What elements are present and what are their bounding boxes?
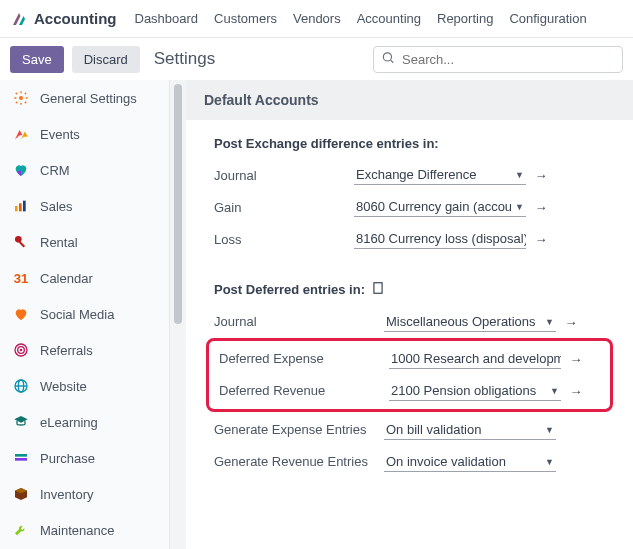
nav-reporting[interactable]: Reporting (437, 11, 493, 26)
globe-icon (12, 377, 30, 395)
svg-rect-4 (19, 203, 22, 211)
svg-line-1 (391, 60, 394, 63)
breadcrumb: Settings (154, 49, 215, 69)
building-icon (371, 281, 385, 298)
app-logo-icon (10, 10, 28, 28)
deferred-block: Post Deferred entries in: Journal Miscel… (186, 265, 633, 488)
svg-point-0 (383, 53, 391, 61)
sidebar-item-general-settings[interactable]: General Settings (0, 80, 169, 116)
sidebar-item-inventory[interactable]: Inventory (0, 476, 169, 512)
sidebar-item-label: Calendar (40, 271, 93, 286)
svg-rect-3 (15, 206, 18, 211)
external-link-icon[interactable]: → (532, 232, 550, 247)
sidebar-scrollbar[interactable] (170, 80, 186, 549)
svg-rect-15 (15, 458, 27, 461)
gen-expense-select[interactable]: On bill validation▼ (384, 420, 556, 440)
svg-rect-14 (15, 454, 27, 457)
svg-rect-5 (23, 201, 26, 212)
sidebar-item-purchase[interactable]: Purchase (0, 440, 169, 476)
nav-dashboard[interactable]: Dashboard (135, 11, 199, 26)
sidebar-item-label: Website (40, 379, 87, 394)
gen-revenue-select[interactable]: On invoice validation▼ (384, 452, 556, 472)
exchange-block: Post Exchange difference entries in: Jou… (186, 120, 633, 265)
deferred-journal-select[interactable]: Miscellaneous Operations▼ (384, 312, 556, 332)
chevron-down-icon: ▼ (515, 202, 524, 212)
sidebar-item-social-media[interactable]: Social Media (0, 296, 169, 332)
top-nav: Accounting Dashboard Customers Vendors A… (0, 0, 633, 38)
gen-revenue-label: Generate Revenue Entries (214, 454, 384, 471)
external-link-icon[interactable]: → (532, 168, 550, 183)
sidebar-item-events[interactable]: Events (0, 116, 169, 152)
sidebar-item-label: Events (40, 127, 80, 142)
nav-links: Dashboard Customers Vendors Accounting R… (135, 11, 587, 26)
sidebar-item-label: CRM (40, 163, 70, 178)
events-icon (12, 125, 30, 143)
settings-sidebar: General Settings Events CRM Sales Rental… (0, 80, 170, 549)
nav-accounting[interactable]: Accounting (357, 11, 421, 26)
chevron-down-icon: ▼ (545, 425, 554, 435)
svg-point-2 (19, 96, 23, 100)
gain-account-select[interactable]: 8060 Currency gain (account)▼ (354, 197, 526, 217)
calendar-icon: 31 (12, 269, 30, 287)
deferred-expense-label: Deferred Expense (219, 351, 389, 368)
external-link-icon[interactable]: → (562, 315, 580, 330)
nav-customers[interactable]: Customers (214, 11, 277, 26)
external-link-icon[interactable]: → (567, 384, 585, 399)
chevron-down-icon: ▼ (545, 457, 554, 467)
sidebar-item-maintenance[interactable]: Maintenance (0, 512, 169, 548)
sidebar-item-label: Referrals (40, 343, 93, 358)
wrench-icon (12, 521, 30, 539)
deferred-journal-label: Journal (214, 314, 384, 331)
gain-label: Gain (214, 200, 354, 215)
deferred-revenue-select[interactable]: 2100 Pension obligations▼ (389, 381, 561, 401)
sidebar-item-referrals[interactable]: Referrals (0, 332, 169, 368)
sidebar-item-label: General Settings (40, 91, 137, 106)
loss-label: Loss (214, 232, 354, 247)
chevron-down-icon: ▼ (545, 317, 554, 327)
action-bar: Save Discard Settings (0, 38, 633, 80)
sidebar-item-crm[interactable]: CRM (0, 152, 169, 188)
chevron-down-icon: ▼ (515, 170, 524, 180)
sidebar-item-label: Social Media (40, 307, 114, 322)
save-button[interactable]: Save (10, 46, 64, 73)
sidebar-item-label: Rental (40, 235, 78, 250)
svg-rect-7 (19, 241, 25, 247)
main-layout: General Settings Events CRM Sales Rental… (0, 80, 633, 549)
svg-point-10 (20, 349, 21, 350)
sidebar-item-calendar[interactable]: 31 Calendar (0, 260, 169, 296)
sidebar-item-sales[interactable]: Sales (0, 188, 169, 224)
sidebar-item-label: Maintenance (40, 523, 114, 538)
deferred-revenue-label: Deferred Revenue (219, 383, 389, 400)
search-icon (381, 51, 395, 68)
crm-icon (12, 161, 30, 179)
search-input[interactable] (373, 46, 623, 73)
nav-vendors[interactable]: Vendors (293, 11, 341, 26)
key-icon (12, 233, 30, 251)
sidebar-item-label: Purchase (40, 451, 95, 466)
purchase-icon (12, 449, 30, 467)
external-link-icon[interactable]: → (567, 352, 585, 367)
deferred-expense-select[interactable]: 1000 Research and development▼ (389, 349, 561, 369)
nav-configuration[interactable]: Configuration (509, 11, 586, 26)
highlight-box: Deferred Expense 1000 Research and devel… (206, 338, 613, 412)
sidebar-item-label: eLearning (40, 415, 98, 430)
loss-account-select[interactable]: 8160 Currency loss (disposal)▼ (354, 229, 526, 249)
app-brand[interactable]: Accounting (10, 10, 117, 28)
external-link-icon[interactable]: → (532, 200, 550, 215)
chevron-down-icon: ▼ (550, 386, 559, 396)
journal-label: Journal (214, 168, 354, 183)
search-wrap (373, 46, 623, 73)
heart-icon (12, 305, 30, 323)
sidebar-item-rental[interactable]: Rental (0, 224, 169, 260)
app-name: Accounting (34, 10, 117, 27)
sidebar-item-elearning[interactable]: eLearning (0, 404, 169, 440)
discard-button[interactable]: Discard (72, 46, 140, 73)
exchange-journal-select[interactable]: Exchange Difference▼ (354, 165, 526, 185)
exchange-title: Post Exchange difference entries in: (214, 136, 605, 151)
sidebar-item-label: Inventory (40, 487, 93, 502)
settings-content: Default Accounts Post Exchange differenc… (186, 80, 633, 549)
sales-icon (12, 197, 30, 215)
sidebar-item-label: Sales (40, 199, 73, 214)
svg-rect-16 (374, 283, 382, 294)
sidebar-item-website[interactable]: Website (0, 368, 169, 404)
